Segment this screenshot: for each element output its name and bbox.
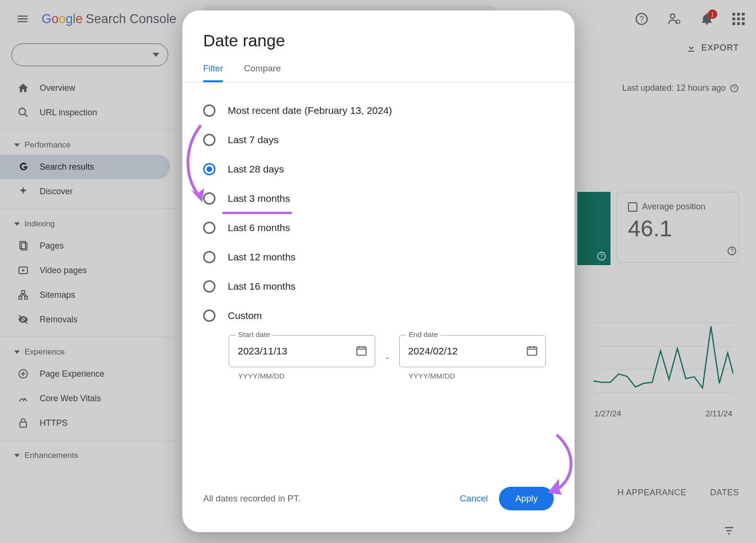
cancel-button[interactable]: Cancel (448, 487, 499, 510)
apply-button[interactable]: Apply (499, 487, 554, 510)
timezone-note: All dates recorded in PT. (203, 493, 301, 504)
option-last-6-months[interactable]: Last 6 months (203, 213, 554, 242)
tab-filter[interactable]: Filter (203, 63, 223, 82)
option-custom[interactable]: Custom (203, 301, 554, 330)
radio-icon (203, 163, 215, 175)
radio-icon (203, 192, 215, 205)
date-format-hint: YYYY/MM/DD (229, 367, 375, 380)
option-last-16-months[interactable]: Last 16 months (203, 272, 554, 301)
radio-icon (203, 310, 215, 322)
svg-rect-23 (357, 347, 366, 355)
annotation-underline (222, 212, 292, 214)
option-most-recent[interactable]: Most recent date (February 13, 2024) (203, 96, 554, 125)
radio-icon (203, 222, 215, 234)
tab-compare[interactable]: Compare (244, 63, 281, 82)
start-date-field[interactable]: Start date (229, 335, 375, 367)
date-format-hint: YYYY/MM/DD (399, 367, 546, 380)
option-last-12-months[interactable]: Last 12 months (203, 242, 554, 272)
option-last-3-months[interactable]: Last 3 months (203, 184, 554, 213)
calendar-icon[interactable] (526, 345, 538, 357)
option-last-7-days[interactable]: Last 7 days (203, 125, 554, 155)
range-separator: - (386, 353, 389, 363)
option-last-28-days[interactable]: Last 28 days (203, 155, 554, 184)
calendar-icon[interactable] (355, 345, 368, 357)
radio-icon (203, 251, 215, 263)
end-date-input[interactable] (399, 335, 546, 367)
date-range-dialog: Date range Filter Compare Most recent da… (182, 10, 575, 532)
radio-icon (203, 134, 215, 146)
dialog-tabs: Filter Compare (182, 50, 575, 83)
svg-rect-24 (527, 347, 537, 355)
date-range-options: Most recent date (February 13, 2024) Las… (182, 83, 575, 380)
radio-icon (203, 104, 215, 117)
dialog-title: Date range (203, 31, 554, 50)
end-date-field[interactable]: End date (399, 335, 546, 367)
start-date-input[interactable] (229, 335, 375, 367)
radio-icon (203, 280, 215, 293)
